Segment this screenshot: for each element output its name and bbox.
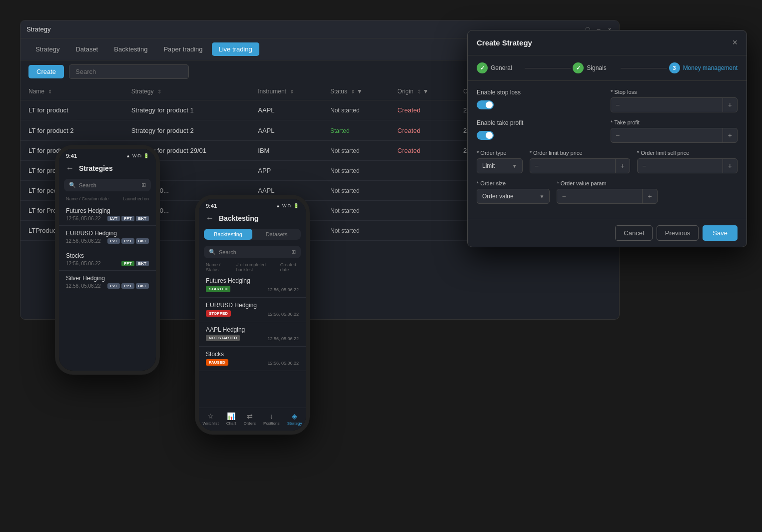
cell-status: Not started (322, 221, 389, 241)
col-strategy[interactable]: Strategy ⇕ (123, 83, 250, 100)
cell-name: LT for product (20, 100, 123, 120)
list-item[interactable]: Futures Hedging STARTED 12:56, 05.06.22 (199, 273, 306, 298)
cell-status: Not started (322, 181, 389, 201)
list-item-footer: STOPPED 12:56, 05.06.22 (206, 310, 299, 318)
modal-close-button[interactable]: × (732, 37, 738, 48)
phone-2: 9:41 ▲WiFi🔋 ← Backtesting Backtesting Da… (195, 195, 310, 435)
stop-loss-input[interactable] (611, 98, 723, 111)
list-item[interactable]: EUR/USD Hedging 12:56, 05.06.22 LVT PPT … (59, 226, 156, 248)
form-group-order-size: * Order size Order value ▼ (477, 180, 550, 204)
col-status[interactable]: Status ⇕ ▼ (322, 83, 389, 100)
tag-ppt: PPT (121, 216, 134, 221)
list-item-name: EUR/USD Hedging (66, 230, 149, 237)
save-button[interactable]: Save (703, 225, 738, 241)
toggle-row-take-profit: Enable take profit (477, 119, 604, 126)
order-limit-buy-input[interactable] (530, 159, 615, 172)
cell-origin (389, 161, 455, 181)
cancel-button[interactable]: Cancel (615, 225, 652, 241)
stop-loss-toggle[interactable] (477, 100, 494, 109)
phone-1-col1: Name / Creation date (66, 196, 109, 201)
list-item[interactable]: EUR/USD Hedging STOPPED 12:56, 05.06.22 (199, 298, 306, 322)
order-limit-sell-input-group: + (637, 158, 738, 173)
form-row-take-profit: Enable take profit * Take profit + (477, 119, 738, 143)
list-item-meta: 12:56, 05.06.22 PPT BKT (66, 261, 149, 266)
phone-1-screen: 9:41 ▲WiFi🔋 ← Strategies 🔍 Search ⊞ Name… (59, 149, 156, 371)
col-origin[interactable]: Origin ⇕ ▼ (389, 83, 455, 100)
list-item-tags: LVT PPT BKT (107, 238, 149, 244)
tab-strategy[interactable]: Strategy (28, 42, 66, 56)
list-item[interactable]: Stocks 12:56, 05.06.22 PPT BKT (59, 248, 156, 271)
take-profit-toggle[interactable] (477, 131, 494, 140)
order-type-select[interactable]: Limit ▼ (477, 158, 523, 173)
step-money-management: 3 Money management (669, 62, 738, 73)
tab-live-trading[interactable]: Live trading (212, 42, 259, 56)
cell-instrument: IBM (250, 141, 322, 161)
order-limit-sell-input[interactable] (638, 159, 723, 172)
step-1-label: General (491, 64, 512, 71)
phone-2-list: Futures Hedging STARTED 12:56, 05.06.22 … (199, 273, 306, 408)
phone-2-tabs: Backtesting Datasets (204, 229, 301, 240)
tab-paper-trading[interactable]: Paper trading (156, 42, 209, 56)
step-2-circle: ✓ (573, 62, 584, 73)
previous-button[interactable]: Previous (657, 225, 699, 241)
list-item-date: 12:56, 05.06.22 (267, 336, 299, 341)
list-item[interactable]: Stocks PAUSED 12:56, 05.06.22 (199, 347, 306, 371)
phone-2-list-header: Name / Status # of completed backtest Cr… (199, 261, 306, 273)
phone-1-title: Strategies (79, 164, 113, 172)
col-instrument[interactable]: Instrument ⇕ (250, 83, 322, 100)
phone-1-search-bar[interactable]: 🔍 Search ⊞ (64, 179, 151, 191)
enable-take-profit-label: Enable take profit (477, 119, 523, 126)
cell-name: LT for product 2 (20, 120, 123, 141)
list-item-date: 12:56, 05.06.22 (66, 238, 101, 244)
take-profit-plus[interactable]: + (723, 128, 737, 142)
list-item-meta: 12:56, 05.06.22 LVT PPT BKT (66, 283, 149, 289)
cell-strategy: Strategy for product 1 (123, 100, 250, 120)
phone-1-back-icon[interactable]: ← (66, 164, 74, 173)
phone-2-tab-backtesting[interactable]: Backtesting (204, 229, 252, 240)
order-limit-sell-label: * Order limit sell price (637, 150, 738, 156)
list-item-name: Stocks (206, 351, 299, 358)
cell-status: Not started (322, 100, 389, 120)
list-item[interactable]: Silver Hedging 12:56, 05.06.22 LVT PPT B… (59, 271, 156, 293)
phone-1-filter-icon[interactable]: ⊞ (141, 182, 146, 188)
list-item-date: 12:56, 05.06.22 (66, 283, 101, 289)
nav-orders[interactable]: ⇄ Orders (243, 412, 255, 426)
order-value-param-input[interactable] (557, 190, 642, 203)
list-item-meta: 12:56, 05.06.22 LVT PPT BKT (66, 216, 149, 221)
phone-1-header: ← Strategies (59, 161, 156, 176)
search-input[interactable] (69, 64, 189, 79)
order-size-select[interactable]: Order value ▼ (477, 189, 550, 204)
take-profit-input[interactable] (611, 129, 723, 142)
phone-2-filter-icon[interactable]: ⊞ (291, 249, 296, 255)
list-item[interactable]: AAPL Hedging NOT STARTED 12:56, 05.06.22 (199, 322, 306, 347)
nav-strategy[interactable]: ◈ Strategy (287, 412, 302, 426)
col-name[interactable]: Name ⇕ (20, 83, 123, 100)
list-item-name: EUR/USD Hedging (206, 302, 299, 309)
phone-1-status-icons: ▲WiFi🔋 (126, 153, 149, 158)
phone-2-back-icon[interactable]: ← (206, 214, 214, 223)
list-item-tags: PPT BKT (121, 261, 149, 266)
nav-watchlist[interactable]: ☆ Watchlist (203, 412, 219, 426)
order-limit-sell-plus[interactable]: + (723, 159, 737, 173)
tab-dataset[interactable]: Dataset (68, 42, 105, 56)
phone-2-search-text: Search (219, 249, 236, 255)
order-limit-buy-label: * Order limit buy price (530, 150, 630, 156)
phone-1: 9:41 ▲WiFi🔋 ← Strategies 🔍 Search ⊞ Name… (55, 145, 160, 375)
cell-status: Not started (322, 141, 389, 161)
stop-loss-plus[interactable]: + (723, 98, 737, 112)
phone-2-tab-datasets[interactable]: Datasets (252, 229, 301, 240)
list-item-name: Futures Hedging (206, 277, 299, 284)
tab-backtesting[interactable]: Backtesting (107, 42, 154, 56)
nav-chart[interactable]: 📊 Chart (226, 412, 236, 426)
create-button[interactable]: Create (28, 65, 64, 78)
list-item-tags: LVT PPT BKT (107, 283, 149, 289)
phone-2-search-bar[interactable]: 🔍 Search ⊞ (204, 246, 301, 258)
phone-2-col3: Created date (280, 262, 299, 272)
tag-bkt: BKT (136, 283, 149, 289)
list-item[interactable]: Futures Hedging 12:56, 05.06.22 LVT PPT … (59, 203, 156, 226)
form-row-stop-loss: Enable stop loss * Stop loss + (477, 89, 738, 112)
cell-origin: Created (389, 100, 455, 120)
order-value-param-plus[interactable]: + (642, 189, 657, 203)
nav-positions[interactable]: ↓ Positions (263, 412, 279, 426)
order-limit-buy-plus[interactable]: + (615, 159, 630, 173)
